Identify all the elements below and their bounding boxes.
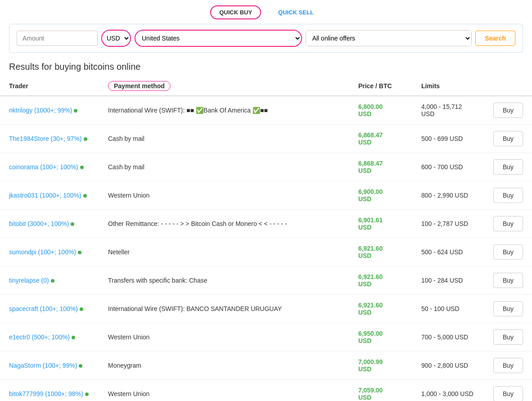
price-cell: 7,000.99USD bbox=[349, 351, 412, 380]
trader-link[interactable]: The1984Store (30+; 97%) bbox=[9, 135, 82, 142]
quick-buy-tab[interactable]: QUICK BUY bbox=[210, 5, 261, 19]
buy-cell: Buy bbox=[484, 181, 532, 210]
price-cell: 6,800.00USD bbox=[349, 96, 412, 125]
buy-button[interactable]: Buy bbox=[493, 329, 523, 345]
results-heading: Results for buying bitcoins online bbox=[9, 62, 523, 72]
buy-button[interactable]: Buy bbox=[493, 273, 523, 288]
buy-button[interactable]: Buy bbox=[493, 358, 523, 373]
online-status-dot bbox=[80, 307, 83, 311]
currency-select-wrap: USD EUR GBP bbox=[101, 30, 131, 47]
table-row: The1984Store (30+; 97%)Cash by mail6,868… bbox=[0, 125, 532, 153]
table-row: bitobit (3000+; 100%)Other Remittance: -… bbox=[0, 210, 532, 238]
buy-cell: Buy bbox=[484, 210, 532, 238]
table-row: e1ectr0 (500+; 100%)Western Union6,950.0… bbox=[0, 323, 532, 351]
trader-cell: jkastro031 (1000+; 100%) bbox=[0, 181, 99, 210]
search-bar-container: USD EUR GBP United States Canada United … bbox=[9, 24, 523, 53]
country-select[interactable]: United States Canada United Kingdom bbox=[135, 31, 301, 46]
payment-cell: Western Union bbox=[99, 181, 349, 210]
payment-cell: Cash by mail bbox=[99, 153, 349, 181]
limits-cell: 100 - 2,787 USD bbox=[412, 210, 484, 238]
buy-cell: Buy bbox=[484, 96, 532, 125]
payment-cell: Cash by mail bbox=[99, 125, 349, 153]
currency-select[interactable]: USD EUR GBP bbox=[102, 31, 130, 46]
trader-link[interactable]: NagaStorm (100+; 99%) bbox=[9, 362, 77, 369]
payment-cell: Western Union bbox=[99, 323, 349, 351]
table-row: bitok777999 (1000+; 98%)Western Union7,0… bbox=[0, 380, 532, 401]
payment-cell: Neteller bbox=[99, 238, 349, 266]
limits-cell: 900 - 2,800 USD bbox=[412, 351, 484, 380]
buy-cell: Buy bbox=[484, 153, 532, 181]
limits-cell: 100 - 284 USD bbox=[412, 266, 484, 295]
online-status-dot bbox=[79, 364, 82, 368]
results-table: Trader Payment method Price / BTC Limits… bbox=[0, 77, 532, 401]
online-status-dot bbox=[83, 194, 87, 198]
trader-cell: bitobit (3000+; 100%) bbox=[0, 210, 99, 238]
trader-cell: tinyrelapse (0) bbox=[0, 266, 99, 295]
trader-link[interactable]: bitobit (3000+; 100%) bbox=[9, 220, 69, 227]
payment-cell: International Wire (SWIFT): BANCO SANTAN… bbox=[99, 295, 349, 323]
buy-cell: Buy bbox=[484, 351, 532, 380]
trader-link[interactable]: jkastro031 (1000+; 100%) bbox=[9, 192, 81, 199]
online-status-dot bbox=[78, 251, 81, 254]
trader-cell: e1ectr0 (500+; 100%) bbox=[0, 323, 99, 351]
trader-link[interactable]: coinorama (100+; 100%) bbox=[9, 163, 78, 171]
col-header-price: Price / BTC bbox=[349, 77, 412, 96]
col-header-action bbox=[484, 77, 532, 96]
limits-cell: 600 - 700 USD bbox=[412, 153, 484, 181]
online-status-dot bbox=[85, 392, 89, 396]
price-cell: 6,900.00USD bbox=[349, 181, 412, 210]
buy-button[interactable]: Buy bbox=[493, 159, 523, 175]
payment-method-header-label: Payment method bbox=[108, 81, 171, 91]
buy-button[interactable]: Buy bbox=[493, 216, 523, 231]
price-cell: 7,059.00USD bbox=[349, 380, 412, 401]
online-status-dot bbox=[72, 336, 75, 339]
buy-button[interactable]: Buy bbox=[493, 301, 523, 316]
buy-cell: Buy bbox=[484, 295, 532, 323]
buy-button[interactable]: Buy bbox=[493, 103, 523, 118]
trader-link[interactable]: bitok777999 (1000+; 98%) bbox=[9, 390, 83, 397]
table-body: nktrilogy (1000+; 99%)International Wire… bbox=[0, 96, 532, 401]
trader-cell: coinorama (100+; 100%) bbox=[0, 153, 99, 181]
trader-link[interactable]: nktrilogy (1000+; 99%) bbox=[9, 107, 72, 114]
payment-cell: International Wire (SWIFT): ■■ ✅Bank Of … bbox=[99, 96, 349, 125]
search-button[interactable]: Search bbox=[475, 31, 515, 46]
trader-link[interactable]: spacecraft (100+; 100%) bbox=[9, 305, 78, 312]
price-cell: 6,950.00USD bbox=[349, 323, 412, 351]
price-cell: 6,868.47USD bbox=[349, 153, 412, 181]
quick-sell-tab[interactable]: QUICK SELL bbox=[270, 5, 322, 19]
trader-link[interactable]: sumondpi (100+; 100%) bbox=[9, 248, 76, 256]
price-cell: 6,921.60USD bbox=[349, 295, 412, 323]
buy-cell: Buy bbox=[484, 323, 532, 351]
offers-select-wrap: All online offers Western Union Cash by … bbox=[306, 30, 472, 46]
col-header-payment: Payment method bbox=[99, 77, 349, 96]
limits-cell: 800 - 2,990 USD bbox=[412, 181, 484, 210]
trader-cell: nktrilogy (1000+; 99%) bbox=[0, 96, 99, 125]
buy-button[interactable]: Buy bbox=[493, 244, 523, 260]
trader-cell: bitok777999 (1000+; 98%) bbox=[0, 380, 99, 401]
price-cell: 6,901.61USD bbox=[349, 210, 412, 238]
trader-link[interactable]: tinyrelapse (0) bbox=[9, 277, 49, 284]
limits-cell: 1,000 - 3,000 USD bbox=[412, 380, 484, 401]
buy-button[interactable]: Buy bbox=[493, 386, 523, 401]
offers-select[interactable]: All online offers Western Union Cash by … bbox=[306, 31, 472, 46]
amount-input[interactable] bbox=[17, 31, 98, 46]
table-row: jkastro031 (1000+; 100%)Western Union6,9… bbox=[0, 181, 532, 210]
buy-button[interactable]: Buy bbox=[493, 188, 523, 203]
buy-cell: Buy bbox=[484, 380, 532, 401]
trader-cell: sumondpi (100+; 100%) bbox=[0, 238, 99, 266]
limits-cell: 500 - 624 USD bbox=[412, 238, 484, 266]
table-row: coinorama (100+; 100%)Cash by mail6,868.… bbox=[0, 153, 532, 181]
buy-button[interactable]: Buy bbox=[493, 131, 523, 146]
table-row: NagaStorm (100+; 99%)Moneygram7,000.99US… bbox=[0, 351, 532, 380]
price-cell: 6,921.60USD bbox=[349, 238, 412, 266]
table-row: sumondpi (100+; 100%)Neteller6,921.60USD… bbox=[0, 238, 532, 266]
table-row: tinyrelapse (0)Transfers with specific b… bbox=[0, 266, 532, 295]
online-status-dot bbox=[51, 279, 54, 283]
online-status-dot bbox=[71, 222, 74, 226]
online-status-dot bbox=[80, 166, 84, 169]
table-row: spacecraft (100+; 100%)International Wir… bbox=[0, 295, 532, 323]
limits-cell: 50 - 100 USD bbox=[412, 295, 484, 323]
trader-cell: spacecraft (100+; 100%) bbox=[0, 295, 99, 323]
country-select-wrap: United States Canada United Kingdom bbox=[135, 30, 302, 47]
trader-link[interactable]: e1ectr0 (500+; 100%) bbox=[9, 333, 70, 341]
